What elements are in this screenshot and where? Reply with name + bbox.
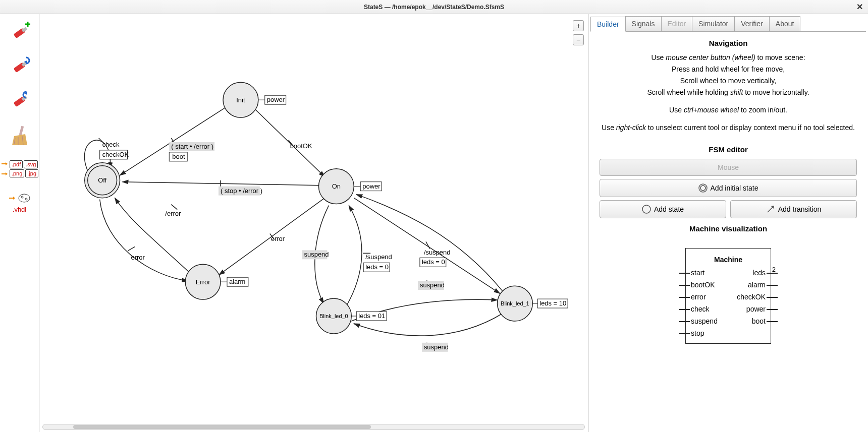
nav-line6: Use right-click to unselect current tool… — [601, 122, 856, 133]
port-in-start: start — [691, 269, 704, 277]
clear-button[interactable] — [5, 120, 34, 149]
ext-pdf: .pdf — [10, 160, 23, 168]
port-out-alarm: alarm — [748, 281, 766, 289]
svg-point-20 — [19, 194, 30, 202]
trans-bl1-on-cond: suspend — [420, 281, 445, 289]
chip-icon — [17, 193, 31, 204]
ext-jpg: .jpg — [25, 169, 38, 177]
svg-line-30 — [128, 246, 135, 251]
nav-heading: Navigation — [598, 39, 859, 47]
usb-load-icon — [8, 89, 31, 112]
state-error[interactable]: Error — [196, 278, 210, 286]
mv-heading: Machine visualization — [607, 224, 850, 233]
trans-on-bl1-act: leds = 0 — [422, 258, 445, 266]
nav-line1: Use mouse center button (wheel) to move … — [601, 52, 856, 63]
close-icon[interactable]: ✕ — [855, 2, 864, 11]
state-bl0[interactable]: Blink_led_0 — [319, 313, 348, 319]
state-init-output: power — [267, 96, 285, 103]
machine-box: Machine start bootOK error check suspend… — [685, 248, 771, 344]
trans-error-off-cond: /error — [165, 210, 181, 217]
trans-init-on-cond: bootOK — [290, 142, 312, 150]
zoom-out-button[interactable]: − — [573, 34, 584, 45]
add-state-button[interactable]: Add state — [600, 200, 726, 218]
tab-signals[interactable]: Signals — [625, 16, 662, 31]
mouse-tool-button[interactable]: Mouse — [600, 159, 857, 176]
machine-box-title: Machine — [691, 256, 766, 264]
port-in-bootok: bootOK — [691, 281, 715, 289]
trans-bl0-bl1-cond: suspend — [424, 343, 449, 351]
circle-icon — [642, 205, 651, 214]
svg-line-36 — [354, 198, 500, 293]
arrow-icon — [766, 205, 775, 214]
ext-png: .png — [10, 169, 24, 177]
zoom-in-button[interactable]: + — [573, 20, 584, 31]
trans-init-off-act: boot — [172, 153, 185, 160]
tab-builder[interactable]: Builder — [590, 17, 626, 32]
save-machine-button[interactable] — [5, 51, 34, 81]
titlebar: StateS — /home/epok__/dev/StateS/Demo.Sf… — [0, 0, 868, 14]
broom-icon — [8, 123, 31, 146]
fsm-diagram: check checkOK ( start • /error ) boot bo… — [39, 14, 588, 432]
trans-init-off-cond: ( start • /error ) — [171, 143, 213, 150]
port-out-checkok: checkOK — [737, 293, 766, 301]
ext-vhdl: .vhdl — [11, 205, 28, 214]
fsm-heading: FSM editor — [598, 145, 859, 154]
new-machine-button[interactable] — [5, 17, 34, 46]
svg-line-69 — [768, 207, 773, 212]
trans-on-bl0-cond: suspend — [304, 251, 329, 258]
machine-outputs: leds2 alarm checkOK power boot — [737, 269, 766, 337]
port-out-leds: leds2 — [752, 269, 766, 277]
state-on-output: power — [362, 182, 381, 190]
state-on[interactable]: On — [332, 182, 341, 190]
panel-tabs: Builder Signals Editor Simulator Verifie… — [590, 16, 866, 32]
port-in-check: check — [691, 305, 710, 313]
trans-off-self-cond: check — [102, 141, 120, 148]
load-machine-button[interactable] — [5, 86, 34, 115]
side-panel: Builder Signals Editor Simulator Verifie… — [588, 14, 868, 432]
nav-line5: Use ctrl+mouse wheel to zoom in/out. — [601, 105, 856, 115]
svg-marker-17 — [6, 172, 8, 175]
port-out-boot: boot — [752, 317, 766, 325]
trans-off-error-cond: error — [131, 254, 145, 261]
state-bl1-output: leds = 10 — [539, 299, 566, 307]
tab-about[interactable]: About — [769, 16, 801, 31]
add-transition-button[interactable]: Add transition — [730, 200, 857, 218]
window-title: StateS — /home/epok__/dev/StateS/Demo.Sf… — [364, 4, 504, 11]
svg-marker-15 — [6, 162, 8, 165]
main-toolbar: .pdf.svg .png.jpg .vhdl — [0, 14, 39, 432]
tab-editor[interactable]: Editor — [661, 16, 693, 31]
port-in-suspend: suspend — [691, 317, 718, 325]
state-bl1[interactable]: Blink_led_1 — [501, 300, 529, 306]
export-image-button[interactable]: .pdf.svg .png.jpg — [5, 154, 34, 183]
svg-rect-10 — [19, 126, 23, 136]
svg-line-31 — [171, 205, 177, 210]
usb-plus-icon — [8, 20, 31, 43]
trans-bl0-on-act: leds = 0 — [365, 263, 389, 271]
machine-inputs: start bootOK error check suspend stop — [691, 269, 718, 337]
nav-line4: Scroll wheel while holding shift to move… — [601, 87, 856, 98]
trans-on-error-cond: error — [271, 235, 285, 242]
canvas-scrollbar-h[interactable] — [42, 424, 585, 430]
port-out-power: power — [746, 305, 766, 313]
trans-bl0-on-cond: /suspend — [365, 253, 392, 261]
state-bl0-output: leds = 01 — [358, 312, 385, 320]
svg-line-27 — [123, 182, 320, 186]
state-error-output: alarm — [229, 278, 245, 285]
tab-verifier[interactable]: Verifier — [734, 16, 770, 31]
usb-save-icon — [8, 54, 31, 78]
svg-point-68 — [642, 205, 650, 213]
circle-ring-icon — [698, 183, 708, 193]
add-initial-state-button[interactable]: Add initial state — [600, 179, 857, 197]
nav-line3: Scroll wheel to move vertically, — [601, 76, 856, 86]
nav-line2: Press and hold wheel for free move, — [601, 64, 856, 75]
state-off[interactable]: Off — [98, 176, 106, 184]
state-init[interactable]: Init — [236, 96, 245, 104]
trans-off-self-act: checkOK — [102, 151, 129, 158]
trans-on-bl1-cond: /suspend — [424, 249, 451, 256]
tab-simulator[interactable]: Simulator — [692, 16, 735, 31]
export-vhdl-button[interactable]: .vhdl — [5, 189, 34, 218]
ext-svg: .svg — [24, 160, 38, 168]
export-arrows-icon — [1, 159, 8, 179]
fsm-canvas[interactable]: + − — [39, 14, 588, 432]
export-arrow-icon — [8, 193, 15, 203]
